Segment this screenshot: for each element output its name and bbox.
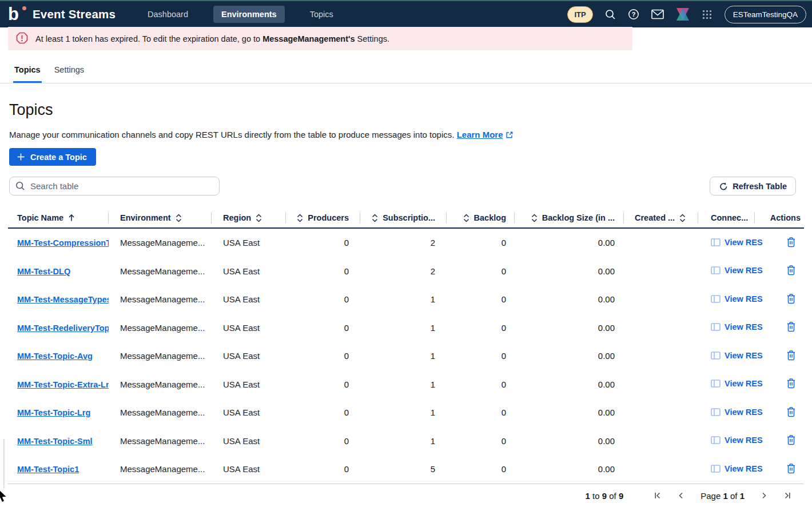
subscriptions-cell: 1 bbox=[360, 294, 447, 304]
topic-name-link[interactable]: MM-Test-CompressionTo bbox=[17, 238, 109, 247]
delete-topic-button[interactable] bbox=[785, 235, 797, 250]
producers-cell: 0 bbox=[286, 408, 360, 417]
learn-more-link[interactable]: Learn More bbox=[457, 130, 514, 139]
search-input[interactable] bbox=[30, 181, 213, 191]
column-header-subscriptions[interactable]: Subscriptio... bbox=[360, 207, 447, 229]
pagination-bar: 1 to 9 of 9 Page 1 of 1 bbox=[8, 485, 804, 506]
create-topic-button[interactable]: Create a Topic bbox=[9, 148, 96, 166]
page-description: Manage your communication channels and c… bbox=[9, 130, 514, 139]
search-icon[interactable] bbox=[605, 9, 616, 20]
trash-icon bbox=[786, 237, 796, 247]
delete-topic-button[interactable] bbox=[785, 349, 797, 364]
topic-name-link[interactable]: MM-Test-Topic-Avg bbox=[17, 352, 93, 361]
side-panel-icon bbox=[711, 436, 721, 444]
alert-environment-name[interactable]: MessageManagement's bbox=[262, 34, 355, 43]
topic-name-link[interactable]: MM-Test-DLQ bbox=[17, 267, 70, 276]
topics-table: Topic Name Environment Region Producers … bbox=[8, 207, 804, 484]
previous-page-button[interactable] bbox=[677, 492, 685, 500]
column-header-producers[interactable]: Producers bbox=[286, 207, 360, 229]
trash-icon bbox=[786, 378, 796, 389]
column-header-environment[interactable]: Environment bbox=[109, 207, 212, 229]
delete-topic-button[interactable] bbox=[785, 377, 797, 392]
tab-settings[interactable]: Settings bbox=[53, 65, 85, 83]
trash-icon bbox=[786, 293, 796, 304]
account-button[interactable]: ESTeamTestingQA bbox=[725, 6, 806, 23]
environment-badge[interactable]: ITP bbox=[567, 6, 592, 23]
environment-cell: MessageManageme... bbox=[109, 380, 212, 389]
app-grid-icon[interactable] bbox=[702, 9, 713, 20]
topic-name-link[interactable]: MM-Test-MessageTypes bbox=[17, 295, 109, 304]
producers-cell: 0 bbox=[286, 464, 360, 474]
environment-cell: MessageManageme... bbox=[109, 238, 212, 247]
column-header-backlog[interactable]: Backlog bbox=[447, 207, 515, 229]
error-octagon-icon bbox=[16, 32, 28, 46]
topic-name-link[interactable]: MM-Test-Topic-Extra-Lrg bbox=[17, 380, 109, 389]
topic-name-link[interactable]: MM-Test-Topic1 bbox=[17, 465, 79, 474]
producers-cell: 0 bbox=[286, 323, 360, 333]
mail-icon[interactable] bbox=[651, 9, 664, 19]
delete-topic-button[interactable] bbox=[785, 405, 797, 420]
subscriptions-cell: 5 bbox=[360, 464, 447, 474]
backlog-size-cell: 0.00 bbox=[515, 323, 624, 333]
refresh-table-button[interactable]: Refresh Table bbox=[710, 177, 796, 195]
table-row: MM-Test-DLQ MessageManageme... USA East … bbox=[8, 257, 804, 286]
delete-topic-button[interactable] bbox=[785, 320, 797, 335]
column-header-connections: Connec... bbox=[698, 207, 755, 229]
delete-topic-button[interactable] bbox=[785, 462, 797, 477]
backlog-cell: 0 bbox=[447, 266, 515, 276]
producers-cell: 0 bbox=[286, 380, 360, 389]
nav-dashboard[interactable]: Dashboard bbox=[140, 6, 196, 23]
table-row: MM-Test-Topic-Avg MessageManageme... USA… bbox=[8, 342, 804, 370]
table-row: MM-Test-CompressionTo MessageManageme...… bbox=[8, 229, 804, 257]
backlog-size-cell: 0.00 bbox=[515, 294, 624, 304]
backlog-size-cell: 0.00 bbox=[515, 408, 624, 417]
search-input-icon bbox=[15, 181, 25, 191]
producers-cell: 0 bbox=[286, 294, 360, 304]
sort-icon bbox=[531, 214, 538, 222]
previous-page-icon bbox=[677, 492, 685, 500]
table-row: MM-Test-Topic-Sml MessageManageme... USA… bbox=[8, 427, 804, 456]
alert-text: At least 1 token has expired. To edit th… bbox=[35, 34, 389, 43]
topic-name-link[interactable]: MM-Test-Topic-Lrg bbox=[17, 408, 90, 417]
trash-icon bbox=[786, 406, 796, 417]
subscriptions-cell: 1 bbox=[360, 323, 447, 333]
app-header: b Event Streams Dashboard Environments T… bbox=[0, 1, 812, 27]
region-cell: USA East bbox=[212, 464, 286, 474]
trash-icon bbox=[786, 265, 796, 276]
column-header-created[interactable]: Created ... bbox=[624, 207, 698, 229]
sort-icon bbox=[176, 214, 182, 222]
next-page-icon bbox=[760, 492, 768, 500]
column-header-region[interactable]: Region bbox=[212, 207, 286, 229]
delete-topic-button[interactable] bbox=[785, 264, 797, 278]
backlog-size-cell: 0.00 bbox=[515, 380, 624, 389]
first-page-button[interactable] bbox=[654, 492, 662, 500]
side-panel-icon bbox=[711, 238, 721, 246]
tab-bar: Topics Settings bbox=[0, 50, 812, 83]
environment-cell: MessageManageme... bbox=[109, 408, 212, 417]
column-header-topic-name[interactable]: Topic Name bbox=[8, 207, 109, 229]
table-row: MM-Test-Topic-Lrg MessageManageme... USA… bbox=[8, 398, 804, 427]
environment-cell: MessageManageme... bbox=[109, 294, 212, 304]
tab-topics[interactable]: Topics bbox=[13, 65, 42, 83]
nav-environments[interactable]: Environments bbox=[213, 6, 285, 23]
table-row: MM-Test-MessageTypes MessageManageme... … bbox=[8, 285, 804, 314]
column-header-backlog-size[interactable]: Backlog Size (in ... bbox=[515, 207, 624, 229]
topic-name-link[interactable]: MM-Test-Topic-Sml bbox=[17, 437, 93, 446]
delete-topic-button[interactable] bbox=[785, 433, 797, 448]
x-app-logo-icon[interactable] bbox=[676, 7, 690, 22]
last-page-button[interactable] bbox=[783, 492, 791, 500]
backlog-size-cell: 0.00 bbox=[515, 238, 624, 247]
delete-topic-button[interactable] bbox=[785, 292, 797, 307]
first-page-icon bbox=[654, 492, 662, 500]
svg-text:?: ? bbox=[631, 11, 635, 18]
nav-topics[interactable]: Topics bbox=[302, 6, 341, 23]
pagination-range: 1 to 9 of 9 bbox=[585, 491, 623, 501]
subscriptions-cell: 2 bbox=[360, 266, 447, 276]
topic-name-link[interactable]: MM-Test-RedeliveryTopi bbox=[17, 324, 109, 333]
environment-cell: MessageManageme... bbox=[109, 436, 212, 446]
backlog-cell: 0 bbox=[447, 294, 515, 304]
next-page-button[interactable] bbox=[760, 492, 768, 500]
region-cell: USA East bbox=[212, 436, 286, 446]
help-icon[interactable]: ? bbox=[628, 9, 639, 20]
brand[interactable]: b Event Streams bbox=[8, 6, 116, 23]
